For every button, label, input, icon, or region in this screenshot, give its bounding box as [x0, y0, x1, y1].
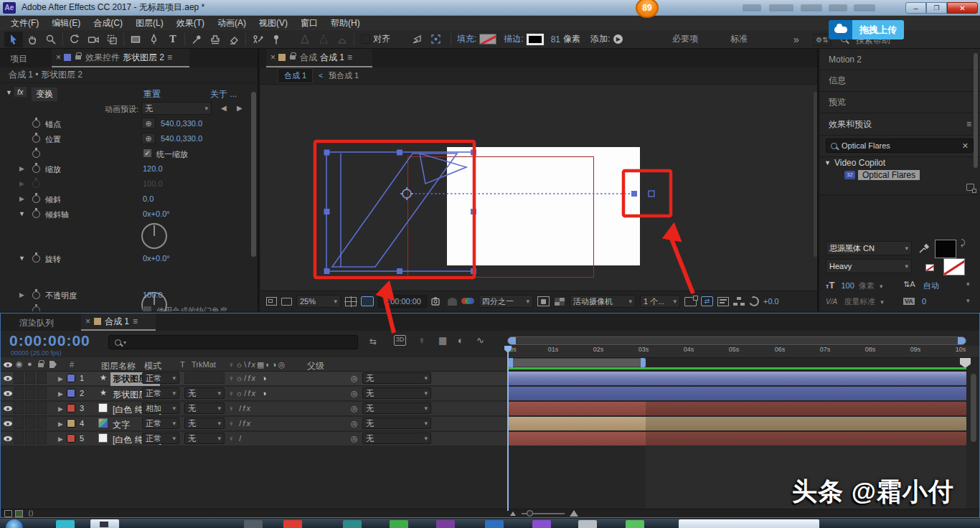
panel-effects-presets[interactable]: 效果和预设≡	[820, 113, 980, 136]
tab-timeline-comp[interactable]: × 合成 1 ≡	[81, 314, 156, 331]
frame-blend-icon[interactable]: ▦	[438, 335, 447, 346]
pick-whip-icon[interactable]: ◎	[351, 419, 358, 428]
fill-color-swatch[interactable]	[935, 240, 956, 258]
roto-brush-tool[interactable]	[248, 32, 267, 47]
pick-whip-icon[interactable]: ◎	[351, 389, 358, 398]
leading-value[interactable]: 自动	[923, 280, 939, 291]
audio-cell[interactable]	[14, 418, 24, 429]
pan-behind-tool[interactable]	[103, 32, 121, 47]
expand-triangle-icon[interactable]: ▶	[19, 165, 24, 172]
stopwatch-icon[interactable]	[32, 135, 40, 143]
layer-label-chip[interactable]	[67, 389, 75, 397]
rotation-tool[interactable]	[65, 32, 84, 47]
align-checkbox[interactable]	[361, 34, 370, 44]
layer-row-4[interactable]: ▶ 4 文字 正常▾ 无▾ ♀ /fx ◎ 无▾	[1, 417, 507, 430]
layer-row-1[interactable]: ▶ 1 ★ 形状图层 2 正常▾ ♀☼/fx ◑ ◎ 无▾	[1, 372, 507, 385]
collapse-triangle-icon[interactable]: ▼	[824, 159, 831, 166]
parent-dropdown[interactable]: 无▾	[362, 387, 431, 399]
solo-cell[interactable]	[25, 387, 35, 399]
default-fill-stroke-icon[interactable]	[925, 264, 934, 271]
layer-visibility-toggle[interactable]	[4, 436, 12, 441]
menu-window[interactable]: 窗口	[294, 17, 324, 29]
safe-margins-icon[interactable]	[345, 297, 357, 306]
transparency-grid-icon[interactable]	[554, 297, 565, 306]
camera-tool[interactable]	[84, 32, 103, 47]
taskbar-app-11[interactable]	[626, 520, 644, 528]
layer-row-2[interactable]: ▶ 2 ★ 形状图层 1 正常▾ 无▾ ♀☼/fx ◑ ◎ 无▾	[1, 387, 507, 400]
dropdown-caret[interactable]: ▾	[966, 297, 970, 304]
shutter-checkbox[interactable]	[143, 306, 152, 311]
trkmat-dropdown[interactable]: 无▾	[184, 402, 225, 414]
tab-project[interactable]: 项目	[10, 53, 27, 65]
brush-tool[interactable]	[187, 32, 206, 47]
scale-value[interactable]: 120.0	[143, 164, 163, 173]
shy-icon[interactable]: ♀	[418, 335, 425, 346]
layer-bar-4[interactable]	[507, 417, 966, 430]
blend-mode-dropdown[interactable]: 正常▾	[142, 387, 179, 399]
rectangle-tool[interactable]	[126, 32, 145, 47]
expand-triangle-icon[interactable]: ▶	[19, 180, 24, 187]
tab-effect-controls[interactable]: × 效果控件 形状图层 2 ≡	[52, 49, 189, 67]
opacity-value[interactable]: 100.0	[143, 291, 163, 299]
blend-mode-dropdown[interactable]: 正常▾	[142, 418, 179, 429]
upload-button[interactable]: 拖拽上传	[852, 20, 904, 39]
blend-mode-dropdown[interactable]: 相加▾	[142, 402, 179, 414]
lock-cell[interactable]	[37, 418, 47, 429]
taskbar-app-1[interactable]	[56, 520, 75, 528]
expand-transfer-controls-icon[interactable]	[15, 510, 23, 517]
collapse-triangle-icon[interactable]: ▼	[19, 210, 25, 217]
mini-flowchart-icon[interactable]: ⇆	[369, 336, 377, 346]
layer-visibility-toggle[interactable]	[4, 421, 12, 426]
taskbar-app-7[interactable]	[436, 520, 455, 528]
motion-blur-icon[interactable]: ◐	[458, 335, 463, 346]
tab-composition[interactable]: × 合成 合成 1 ≡	[266, 49, 372, 67]
comp-marker-bin-icon[interactable]	[960, 358, 971, 368]
taskbar-app-3[interactable]	[244, 520, 263, 528]
work-area-end-handle[interactable]	[641, 358, 646, 367]
layer-row-5[interactable]: ▶ 5 [白色 纯色 3] 正常▾ 无▾ ♀ / ◎ 无▾	[1, 432, 507, 446]
expand-triangle-icon[interactable]: ▶	[58, 405, 63, 412]
panel-menu-icon[interactable]: ≡	[347, 52, 352, 62]
lock-cell[interactable]	[37, 387, 47, 399]
tracking-value[interactable]: 0	[922, 297, 926, 306]
expand-triangle-icon[interactable]: ▶	[19, 291, 24, 298]
dropdown-caret[interactable]: ▾	[880, 283, 883, 290]
parent-dropdown[interactable]: 无▾	[362, 433, 431, 444]
layer-label-chip[interactable]	[67, 374, 75, 382]
layer-visibility-toggle[interactable]	[4, 406, 12, 411]
taskbar-app-9[interactable]	[532, 520, 551, 528]
layer-bar-3[interactable]	[507, 402, 966, 415]
font-family-dropdown[interactable]: 思源黑体 CN▾	[826, 241, 912, 255]
workspace-standard[interactable]: 标准	[730, 33, 748, 45]
stroke-color-swatch[interactable]	[943, 258, 965, 275]
fill-swatch[interactable]	[479, 34, 496, 44]
panel-menu-icon[interactable]: ≡	[133, 316, 138, 326]
solo-cell[interactable]	[25, 433, 35, 444]
mask-invert-icon[interactable]	[333, 32, 352, 47]
solo-cell[interactable]	[25, 418, 35, 429]
collapse-triangle-icon[interactable]: ▼	[19, 255, 25, 262]
layer-switches[interactable]: ♀☼/fx	[228, 374, 257, 382]
layer-visibility-toggle[interactable]	[4, 376, 12, 381]
parent-dropdown[interactable]: 无▾	[362, 372, 431, 384]
time-ruler[interactable]: 0s 01s 02s 03s 04s 05s 06s 07s 08s 09s 1…	[507, 346, 979, 358]
tab-render-queue[interactable]: 渲染队列	[19, 317, 54, 329]
layer-switches[interactable]: ♀ /	[228, 434, 242, 443]
audio-cell[interactable]	[14, 372, 24, 384]
viewer-scrollbar[interactable]	[814, 92, 818, 257]
resolution-dropdown[interactable]: 四分之一▾	[479, 295, 533, 308]
prev-preset-icon[interactable]: ◀	[221, 104, 227, 112]
hand-tool[interactable]	[23, 32, 42, 47]
layer-switches[interactable]: ♀ /fx	[228, 419, 252, 428]
taskbar-app-10[interactable]	[578, 520, 597, 528]
parent-dropdown[interactable]: 无▾	[362, 402, 431, 414]
navigator-end-handle[interactable]	[958, 337, 966, 344]
layer-row-3[interactable]: ▶ 3 [白色 纯色 2] 相加▾ 无▾ ♀ /fx ◎ 无▾	[1, 402, 507, 415]
pick-whip-icon[interactable]: ◎	[351, 374, 358, 383]
monitor-icon[interactable]	[281, 298, 292, 306]
exposure-reset-icon[interactable]	[748, 295, 760, 308]
magnification-dropdown[interactable]: 25%▾	[296, 295, 341, 308]
menu-view[interactable]: 视图(V)	[253, 17, 294, 29]
expand-layer-switches-icon[interactable]	[4, 510, 12, 517]
work-area-bar[interactable]	[508, 358, 646, 367]
